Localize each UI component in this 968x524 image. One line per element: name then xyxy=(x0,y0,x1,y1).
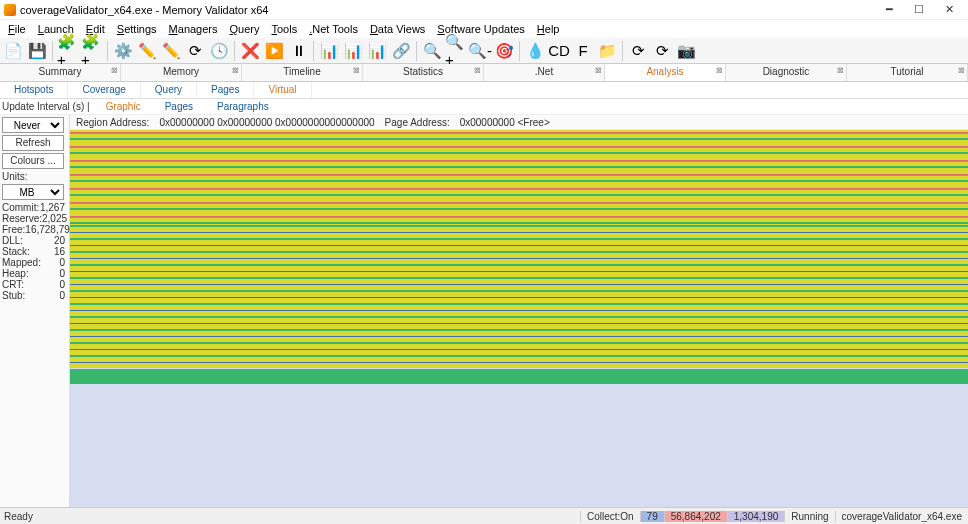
side-panel: Never Refresh Colours ... Units: MB Comm… xyxy=(0,115,70,521)
tab-diagnostic[interactable]: Diagnostic⊠ xyxy=(726,64,847,81)
stat-row: Commit:1,267 xyxy=(2,202,67,213)
stat-val: 0 xyxy=(59,279,65,290)
colours-button[interactable]: Colours ... xyxy=(2,153,64,169)
units-label: Units: xyxy=(2,171,67,182)
subtab-virtual[interactable]: Virtual xyxy=(254,82,311,98)
toolbar-btn-11[interactable]: ⏸ xyxy=(287,40,309,62)
menu-settings[interactable]: Settings xyxy=(111,21,163,37)
viewtab-graphic[interactable]: Graphic xyxy=(94,100,153,113)
refresh-button[interactable]: Refresh xyxy=(2,135,64,151)
stat-key: Free: xyxy=(2,224,25,235)
tab-summary[interactable]: Summary⊠ xyxy=(0,64,121,81)
status-ready: Ready xyxy=(0,511,33,522)
tab-memory[interactable]: Memory⊠ xyxy=(121,64,242,81)
minimize-button[interactable]: ━ xyxy=(874,1,904,19)
subtab-query[interactable]: Query xyxy=(141,82,197,98)
toolbar-btn-10[interactable]: ▶️ xyxy=(263,40,285,62)
stat-row: Reserve:2,025 xyxy=(2,213,67,224)
toolbar-btn-24[interactable]: ⟳ xyxy=(627,40,649,62)
stat-key: CRT: xyxy=(2,279,24,290)
stat-val: 16 xyxy=(54,246,65,257)
menu--net-tools[interactable]: .Net Tools xyxy=(303,21,364,37)
page-address-value: 0x00000000 <Free> xyxy=(460,117,550,128)
stat-key: Reserve: xyxy=(2,213,42,224)
toolbar-btn-20[interactable]: 💧 xyxy=(524,40,546,62)
stat-val: 20 xyxy=(54,235,65,246)
close-button[interactable]: ✕ xyxy=(934,1,964,19)
toolbar-btn-5[interactable]: ✏️ xyxy=(136,40,158,62)
toolbar-btn-4[interactable]: ⚙️ xyxy=(112,40,134,62)
address-bar: Region Address: 0x00000000 0x00000000 0x… xyxy=(70,115,968,130)
toolbar-btn-16[interactable]: 🔍 xyxy=(421,40,443,62)
toolbar-btn-7[interactable]: ⟳ xyxy=(184,40,206,62)
tab-analysis[interactable]: Analysis⊠ xyxy=(605,64,726,81)
stat-row: CRT:0 xyxy=(2,279,67,290)
interval-select[interactable]: Never xyxy=(2,117,64,133)
page-address-label: Page Address: xyxy=(385,117,450,128)
stat-key: Mapped: xyxy=(2,257,41,268)
stat-val: 0 xyxy=(59,268,65,279)
toolbar-btn-2[interactable]: 🧩+ xyxy=(57,40,79,62)
memory-map[interactable] xyxy=(70,130,968,521)
toolbar-btn-26[interactable]: 📷 xyxy=(675,40,697,62)
menu-tools[interactable]: Tools xyxy=(266,21,304,37)
viewtab-paragraphs[interactable]: Paragraphs xyxy=(205,100,281,113)
stat-key: DLL: xyxy=(2,235,23,246)
stat-key: Commit: xyxy=(2,202,39,213)
tab-timeline[interactable]: Timeline⊠ xyxy=(242,64,363,81)
maximize-button[interactable]: ☐ xyxy=(904,1,934,19)
status-bar: Ready Collect:On 79 56,864,202 1,304,190… xyxy=(0,507,968,524)
status-running: Running xyxy=(784,511,834,522)
menu-file[interactable]: File xyxy=(2,21,32,37)
status-val3: 1,304,190 xyxy=(727,511,785,522)
subtab-pages[interactable]: Pages xyxy=(197,82,254,98)
menu-help[interactable]: Help xyxy=(531,21,566,37)
toolbar-btn-21[interactable]: CD xyxy=(548,40,570,62)
toolbar-btn-1[interactable]: 💾 xyxy=(26,40,48,62)
toolbar-btn-19[interactable]: 🎯 xyxy=(493,40,515,62)
toolbar-btn-3[interactable]: 🧩+ xyxy=(81,40,103,62)
subtab-hotspots[interactable]: Hotspots xyxy=(0,82,68,98)
sub-tabs: HotspotsCoverageQueryPagesVirtual xyxy=(0,82,968,99)
toolbar-btn-17[interactable]: 🔍+ xyxy=(445,40,467,62)
status-val1: 79 xyxy=(640,511,664,522)
stat-val: 1,267 xyxy=(40,202,65,213)
window-title: coverageValidator_x64.exe - Memory Valid… xyxy=(20,4,874,16)
units-select[interactable]: MB xyxy=(2,184,64,200)
toolbar-btn-9[interactable]: ❌ xyxy=(239,40,261,62)
region-address-label: Region Address: xyxy=(76,117,149,128)
stat-row: Free:16,728,795 xyxy=(2,224,67,235)
stat-row: Mapped:0 xyxy=(2,257,67,268)
update-interval-label: Update Interval (s) | xyxy=(2,101,90,112)
toolbar-btn-6[interactable]: ✏️ xyxy=(160,40,182,62)
tab-net[interactable]: .Net⊠ xyxy=(484,64,605,81)
stat-key: Stub: xyxy=(2,290,25,301)
status-val2: 56,864,202 xyxy=(664,511,727,522)
toolbar-btn-8[interactable]: 🕓 xyxy=(208,40,230,62)
stat-row: DLL:20 xyxy=(2,235,67,246)
app-icon xyxy=(4,4,16,16)
stat-val: 2,025 xyxy=(42,213,67,224)
status-exe: coverageValidator_x64.exe xyxy=(835,511,968,522)
toolbar-btn-15[interactable]: 🔗 xyxy=(390,40,412,62)
tab-statistics[interactable]: Statistics⊠ xyxy=(363,64,484,81)
tab-tutorial[interactable]: Tutorial⊠ xyxy=(847,64,968,81)
menu-data-views[interactable]: Data Views xyxy=(364,21,431,37)
subtab-coverage[interactable]: Coverage xyxy=(68,82,140,98)
region-address-value: 0x00000000 0x00000000 0x0000000000000000 xyxy=(159,117,374,128)
toolbar-btn-14[interactable]: 📊 xyxy=(366,40,388,62)
menu-query[interactable]: Query xyxy=(224,21,266,37)
stat-key: Stack: xyxy=(2,246,30,257)
view-tabs: Update Interval (s) |GraphicPagesParagra… xyxy=(0,99,968,115)
toolbar-btn-25[interactable]: ⟳ xyxy=(651,40,673,62)
toolbar-btn-0[interactable]: 📄 xyxy=(2,40,24,62)
toolbar-btn-12[interactable]: 📊 xyxy=(318,40,340,62)
menu-managers[interactable]: Managers xyxy=(163,21,224,37)
stat-val: 0 xyxy=(59,290,65,301)
toolbar-btn-23[interactable]: 📁 xyxy=(596,40,618,62)
toolbar-btn-22[interactable]: F xyxy=(572,40,594,62)
viewtab-pages[interactable]: Pages xyxy=(153,100,205,113)
toolbar-btn-13[interactable]: 📊 xyxy=(342,40,364,62)
status-collect: Collect:On xyxy=(580,511,640,522)
toolbar-btn-18[interactable]: 🔍- xyxy=(469,40,491,62)
